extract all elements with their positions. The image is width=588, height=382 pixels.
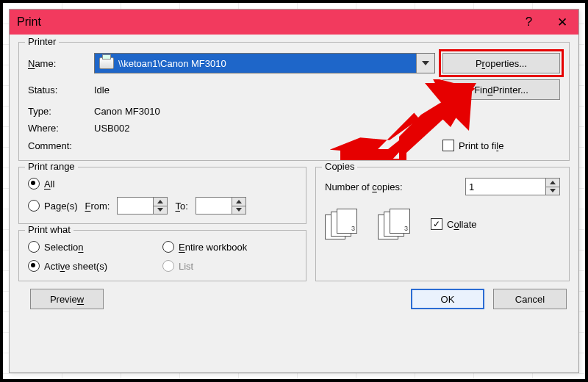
collate-checkbox[interactable]: Collate bbox=[431, 218, 476, 230]
combo-arrow-button[interactable] bbox=[416, 54, 434, 73]
where-label: Where: bbox=[28, 123, 87, 134]
printer-name-combo[interactable]: \\ketoan1\Canon MF3010 bbox=[94, 53, 435, 73]
radio-selection[interactable]: Selection bbox=[28, 241, 162, 253]
checkbox-box-icon bbox=[442, 140, 454, 151]
properties-button[interactable]: Properties... bbox=[442, 53, 560, 73]
radio-dot-icon bbox=[162, 260, 174, 272]
copies-legend: Copies bbox=[322, 161, 357, 172]
spin-down-button[interactable] bbox=[232, 206, 245, 215]
collate-preview-icon: 123 bbox=[378, 209, 413, 239]
ok-button[interactable]: OK bbox=[411, 289, 484, 309]
type-label: Type: bbox=[28, 106, 87, 117]
preview-button[interactable]: Preview bbox=[30, 289, 104, 309]
help-button[interactable]: ? bbox=[512, 10, 545, 35]
radio-list: List bbox=[162, 260, 297, 272]
checkbox-box-icon bbox=[431, 218, 442, 230]
to-input[interactable] bbox=[196, 197, 232, 215]
radio-dot-icon bbox=[28, 178, 40, 190]
from-label: From: bbox=[85, 201, 110, 212]
spin-up-button[interactable] bbox=[154, 198, 167, 206]
status-label: Status: bbox=[28, 84, 87, 96]
to-spinner[interactable] bbox=[196, 197, 246, 215]
from-spinner[interactable] bbox=[117, 197, 168, 215]
where-value: USB002 bbox=[94, 123, 435, 134]
to-label: To: bbox=[175, 201, 187, 212]
dialog-title: Print bbox=[17, 15, 41, 29]
spin-up-button[interactable] bbox=[232, 198, 245, 206]
triangle-up-icon bbox=[236, 200, 242, 203]
printer-icon bbox=[99, 57, 114, 69]
num-copies-spinner[interactable] bbox=[465, 178, 560, 195]
dialog-footer: Preview OK Cancel bbox=[18, 287, 570, 312]
copies-group: Copies Number of copies: 123 bbox=[315, 167, 570, 281]
spin-down-button[interactable] bbox=[154, 206, 167, 215]
printer-selected-name: \\ketoan1\Canon MF3010 bbox=[118, 58, 226, 69]
triangle-up-icon bbox=[157, 200, 163, 203]
name-label: Name: bbox=[28, 58, 87, 69]
radio-active-sheets[interactable]: Active sheet(s) bbox=[28, 260, 162, 272]
print-range-legend: Print range bbox=[25, 161, 78, 172]
print-dialog: Print ? ✕ Printer Name: \\ketoan1\Canon … bbox=[9, 9, 579, 373]
print-range-group: Print range All Page(s) bbox=[18, 167, 306, 224]
print-to-file-checkbox[interactable]: Print to file bbox=[442, 140, 560, 151]
num-copies-label: Number of copies: bbox=[325, 181, 403, 192]
printer-legend: Printer bbox=[25, 36, 59, 47]
chevron-down-icon bbox=[422, 61, 429, 65]
print-what-group: Print what Selection Entire workbook bbox=[18, 230, 306, 281]
status-value: Idle bbox=[94, 84, 435, 96]
radio-dot-icon bbox=[28, 241, 40, 253]
collate-preview-icon: 123 bbox=[325, 209, 360, 239]
radio-dot-icon bbox=[28, 200, 40, 212]
num-copies-input[interactable] bbox=[465, 178, 545, 195]
spin-down-button[interactable] bbox=[546, 187, 559, 195]
titlebar: Print ? ✕ bbox=[10, 10, 578, 35]
close-button[interactable]: ✕ bbox=[545, 10, 578, 35]
printer-group: Printer Name: \\ketoan1\Canon MF3010 Pro… bbox=[18, 42, 570, 161]
spin-up-button[interactable] bbox=[546, 179, 559, 187]
find-printer-button[interactable]: Find Printer... bbox=[442, 79, 560, 100]
type-value: Canon MF3010 bbox=[94, 106, 435, 117]
comment-label: Comment: bbox=[28, 140, 87, 151]
radio-entire-workbook[interactable]: Entire workbook bbox=[162, 241, 297, 253]
radio-dot-icon bbox=[162, 241, 174, 253]
close-icon: ✕ bbox=[557, 15, 567, 30]
print-what-legend: Print what bbox=[25, 224, 74, 235]
radio-dot-icon bbox=[28, 260, 40, 272]
radio-all[interactable]: All bbox=[28, 178, 297, 190]
cancel-button[interactable]: Cancel bbox=[493, 289, 567, 309]
triangle-down-icon bbox=[157, 208, 163, 212]
radio-pages[interactable]: Page(s) bbox=[28, 200, 78, 212]
from-input[interactable] bbox=[117, 197, 153, 215]
triangle-down-icon bbox=[236, 208, 242, 212]
triangle-up-icon bbox=[550, 181, 556, 184]
triangle-down-icon bbox=[550, 189, 556, 192]
